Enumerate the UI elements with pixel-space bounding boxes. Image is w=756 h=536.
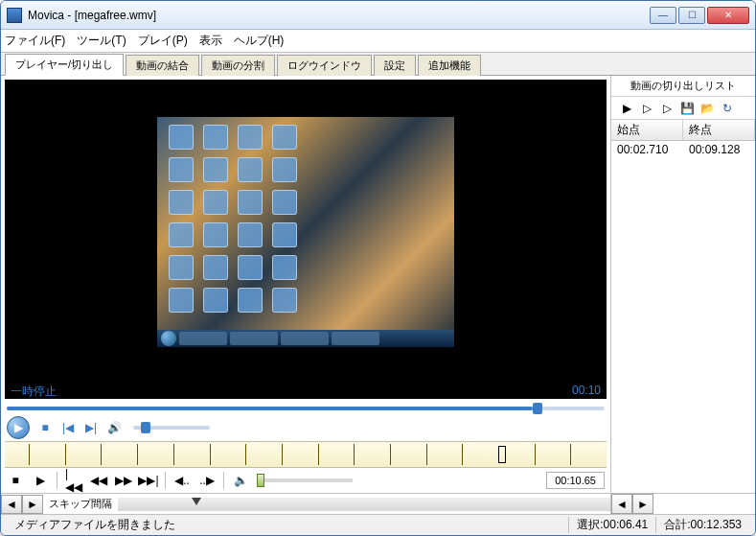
nudge-bwd-icon: ◀.. (174, 474, 190, 487)
cutlist-headers: 始点 終点 (611, 120, 755, 141)
edit-play-button[interactable]: ▶ (32, 472, 49, 489)
arrow-left-icon: ◄ (6, 498, 17, 511)
row-end: 00:09.128 (683, 141, 755, 158)
volume-icon: 🔊 (107, 421, 122, 434)
nudge-fwd-icon: ..▶ (199, 474, 215, 487)
toolbar-play-range-button[interactable]: ▷ (639, 101, 654, 116)
nudge-fwd-button[interactable]: ..▶ (198, 472, 216, 489)
toolbar-open-button[interactable]: 📂 (699, 101, 715, 116)
cutlist-nav: ◄ ► (611, 493, 755, 514)
edit-volume-thumb[interactable] (257, 474, 264, 487)
stop-button[interactable]: ■ (37, 420, 53, 435)
video-thumbnail (157, 117, 454, 347)
cutlist-nav-right-button[interactable]: ► (632, 494, 653, 514)
titlebar: Movica - [megafree.wmv] — ☐ ✕ (1, 1, 755, 30)
video-area: 一時停止 00:10 (5, 80, 607, 399)
speaker-button[interactable]: 🔈 (232, 472, 249, 489)
cutlist-title: 動画の切り出しリスト (611, 76, 755, 97)
play-button[interactable]: ▶ (7, 416, 30, 439)
playback-state-label: 一時停止 (11, 384, 57, 399)
skip-fwd-icon: ▶▶ (115, 474, 132, 487)
toolbar-edit-button[interactable]: ▷ (659, 101, 675, 116)
edit-time-display: 00:10.65 (546, 472, 605, 489)
arrow-right-icon: ► (637, 498, 649, 511)
status-message: メディアファイルを開きました (7, 517, 183, 533)
arrow-left-icon: ◄ (616, 498, 628, 511)
marker-cursor[interactable] (498, 446, 506, 463)
window-buttons: — ☐ ✕ (650, 7, 749, 24)
tab-join[interactable]: 動画の結合 (126, 55, 199, 76)
skip-first-button[interactable]: |◀◀ (65, 472, 82, 489)
tab-extra[interactable]: 追加機能 (418, 55, 481, 76)
menu-file[interactable]: ファイル(F) (5, 33, 65, 49)
video-taskbar (157, 330, 454, 347)
nudge-bwd-button[interactable]: ◀.. (173, 472, 191, 489)
media-controls: ▶ ■ |◀ ▶| 🔊 (1, 414, 610, 441)
refresh-icon: ↻ (722, 102, 732, 115)
menu-play[interactable]: プレイ(P) (138, 33, 188, 49)
seek-thumb[interactable] (533, 403, 542, 414)
header-end[interactable]: 終点 (683, 120, 755, 140)
tab-player[interactable]: プレイヤー/切り出し (5, 54, 124, 76)
next-button[interactable]: ▶| (83, 420, 99, 435)
seek-bar[interactable] (7, 407, 605, 410)
skip-bar: ◄ ► スキップ間隔 (1, 493, 610, 514)
save-icon: 💾 (680, 102, 695, 115)
prev-button[interactable]: |◀ (60, 420, 76, 435)
left-pane: 一時停止 00:10 ▶ ■ |◀ ▶| 🔊 (1, 76, 610, 514)
maximize-button[interactable]: ☐ (678, 7, 705, 24)
video-statusbar: 一時停止 00:10 (5, 384, 607, 399)
right-pane: 動画の切り出しリスト ▶ ▷ ▷ 💾 📂 ↻ 始点 終点 00:02.710 0… (610, 76, 755, 514)
minimize-button[interactable]: — (650, 7, 676, 24)
play-icon: ▶ (623, 102, 631, 115)
skip-interval-label: スキップ間隔 (43, 497, 118, 511)
skip-left-button[interactable]: ◄ (1, 495, 22, 514)
volume-thumb[interactable] (141, 422, 150, 433)
close-button[interactable]: ✕ (707, 7, 749, 24)
edit-volume-slider[interactable] (257, 478, 353, 482)
video-frame[interactable] (5, 80, 607, 384)
stop-icon: ■ (11, 474, 18, 487)
skip-fwd-button[interactable]: ▶▶ (115, 472, 132, 489)
toolbar-refresh-button[interactable]: ↻ (720, 101, 735, 116)
menu-tools[interactable]: ツール(T) (77, 33, 126, 49)
speaker-icon: 🔈 (234, 474, 248, 487)
playback-time-label: 00:10 (572, 384, 601, 399)
menu-help[interactable]: ヘルプ(H) (234, 33, 285, 49)
play-icon: ▶ (36, 474, 45, 487)
tab-settings[interactable]: 設定 (374, 55, 416, 76)
prev-icon: |◀ (62, 421, 74, 434)
statusbar: メディアファイルを開きました 選択:00:06.41 合計:00:12.353 (1, 514, 755, 535)
skip-ruler[interactable] (118, 498, 610, 511)
play-icon: ▶ (14, 421, 23, 434)
cutlist-nav-left-button[interactable]: ◄ (611, 494, 632, 514)
skip-bwd-button[interactable]: ◀◀ (90, 472, 107, 489)
status-selection: 選択:00:06.41 (568, 517, 655, 533)
folder-icon: 📂 (700, 102, 715, 115)
menu-view[interactable]: 表示 (199, 33, 222, 49)
toolbar-save-button[interactable]: 💾 (679, 101, 695, 116)
play-outline-icon: ▷ (643, 102, 652, 115)
edit-controls: ■ ▶ |◀◀ ◀◀ ▶▶ ▶▶| ◀.. ..▶ 🔈 00:10.65 (1, 468, 610, 493)
next-icon: ▶| (85, 421, 97, 434)
content: 一時停止 00:10 ▶ ■ |◀ ▶| 🔊 (1, 76, 755, 514)
video-desktop-icons (169, 125, 297, 313)
skip-last-button[interactable]: ▶▶| (140, 472, 157, 489)
volume-slider[interactable] (133, 426, 210, 430)
status-total: 合計:00:12.353 (655, 517, 749, 533)
app-icon (7, 8, 22, 23)
volume-button[interactable]: 🔊 (106, 420, 122, 435)
tab-log[interactable]: ログウインドウ (277, 55, 372, 76)
skip-bwd-icon: ◀◀ (90, 474, 107, 487)
marker-strip[interactable] (5, 441, 607, 468)
tab-split[interactable]: 動画の分割 (201, 55, 275, 76)
skip-last-icon: ▶▶| (138, 474, 158, 487)
header-start[interactable]: 始点 (611, 120, 683, 140)
cutlist-row[interactable]: 00:02.710 00:09.128 (611, 141, 755, 158)
seek-bar-row (1, 403, 610, 414)
window-title: Movica - [megafree.wmv] (28, 9, 650, 22)
skip-right-button[interactable]: ► (22, 495, 43, 514)
toolbar-play-button[interactable]: ▶ (619, 101, 634, 116)
edit-stop-button[interactable]: ■ (7, 472, 24, 489)
app-window: Movica - [megafree.wmv] — ☐ ✕ ファイル(F) ツー… (0, 0, 756, 536)
